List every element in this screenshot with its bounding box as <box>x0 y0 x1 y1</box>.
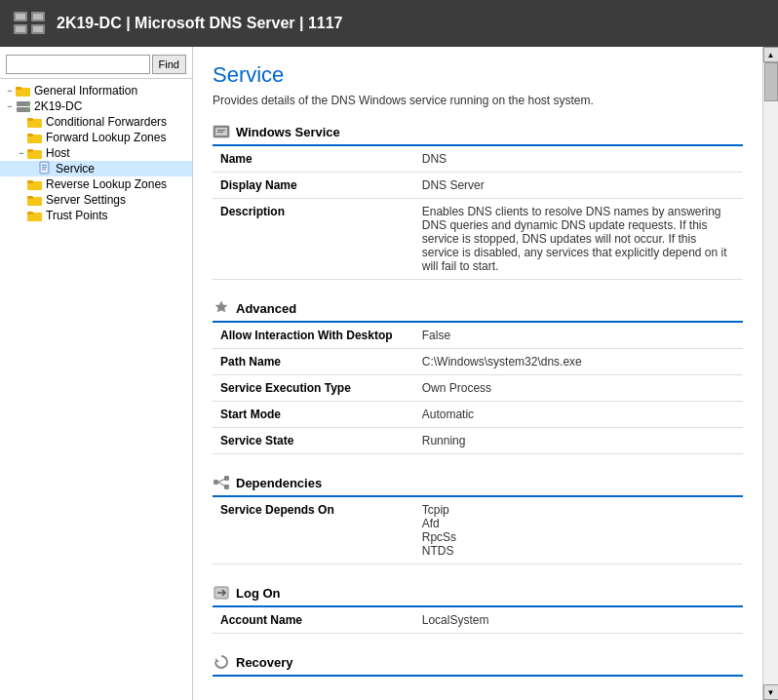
expand-icon-general-info: − <box>4 85 16 97</box>
sidebar-item-trust-points[interactable]: Trust Points <box>0 208 192 223</box>
row-value: False <box>414 323 743 349</box>
svg-rect-39 <box>217 130 225 131</box>
row-label: Allow Interaction With Desktop <box>213 323 414 349</box>
table-row: Start ModeAutomatic <box>213 402 743 428</box>
sidebar-item-server-settings[interactable]: Server Settings <box>0 192 192 208</box>
sidebar-label-2k19-dc: 2K19-DC <box>34 99 82 113</box>
table-row: Service Execution TypeOwn Process <box>213 375 743 402</box>
section-title-advanced: Advanced <box>236 301 296 316</box>
row-label: Service Depends On <box>213 497 414 564</box>
sidebar-label-general-info: General Information <box>34 84 137 97</box>
scrollbar[interactable]: ▲ ▼ <box>762 47 778 700</box>
expand-icon-2k19-dc: − <box>4 100 16 112</box>
page-subtitle: Provides details of the DNS Windows serv… <box>213 94 743 107</box>
svg-rect-26 <box>42 167 47 168</box>
info-table-advanced: Allow Interaction With DesktopFalsePath … <box>213 323 743 454</box>
sidebar-item-2k19-dc[interactable]: −2K19-DC <box>0 98 192 114</box>
row-label: Service State <box>213 428 414 454</box>
section-windows-service: Windows ServiceNameDNSDisplay NameDNS Se… <box>213 123 743 280</box>
row-label: Account Name <box>213 607 414 634</box>
row-value: DNS <box>414 146 743 173</box>
section-title-recovery: Recovery <box>236 655 293 670</box>
sidebar-item-conditional-forwarders[interactable]: Conditional Forwarders <box>0 114 192 130</box>
sidebar-item-reverse-lookup-zones[interactable]: Reverse Lookup Zones <box>0 176 192 192</box>
sidebar-label-server-settings: Server Settings <box>46 193 126 207</box>
sidebar-label-host: Host <box>46 146 70 160</box>
logon-icon <box>213 584 230 602</box>
server-icon <box>16 100 31 113</box>
table-row: Service StateRunning <box>213 428 743 454</box>
svg-point-14 <box>27 108 29 110</box>
svg-rect-43 <box>224 485 229 489</box>
expand-icon-host: − <box>16 147 27 159</box>
section-advanced: AdvancedAllow Interaction With DesktopFa… <box>213 299 743 454</box>
page-icon <box>39 162 53 175</box>
section-header-advanced: Advanced <box>213 299 743 323</box>
expand-icon-service <box>27 163 39 175</box>
service-icon <box>213 123 230 140</box>
scroll-thumb[interactable] <box>764 62 778 101</box>
svg-line-45 <box>218 483 226 487</box>
row-value: Own Process <box>414 375 743 402</box>
main-layout: Find −General Information−2K19-DCConditi… <box>0 47 778 700</box>
wrench-icon <box>213 299 230 317</box>
table-row: Allow Interaction With DesktopFalse <box>213 323 743 349</box>
expand-icon-conditional-forwarders <box>16 116 27 128</box>
section-header-dependencies: Dependencies <box>213 474 743 497</box>
table-row: DescriptionEnables DNS clients to resolv… <box>213 199 743 280</box>
sidebar-label-trust-points: Trust Points <box>46 209 108 222</box>
folder-icon <box>16 85 31 97</box>
table-row: Service Depends OnTcpipAfdRpcSsNTDS <box>213 497 743 564</box>
expand-icon-trust-points <box>16 210 27 221</box>
find-button[interactable]: Find <box>152 55 186 74</box>
section-log-on: Log OnAccount NameLocalSystem <box>213 584 743 634</box>
scroll-track[interactable] <box>763 62 779 684</box>
info-table-dependencies: Service Depends OnTcpipAfdRpcSsNTDS <box>213 497 743 564</box>
recovery-icon <box>213 653 230 671</box>
table-row: NameDNS <box>213 146 743 173</box>
svg-rect-10 <box>16 87 21 90</box>
row-value: Enables DNS clients to resolve DNS names… <box>414 199 743 280</box>
section-dependencies: DependenciesService Depends OnTcpipAfdRp… <box>213 474 743 564</box>
svg-marker-47 <box>215 658 219 662</box>
sidebar-tree: −General Information−2K19-DCConditional … <box>0 83 192 223</box>
svg-rect-42 <box>224 476 229 481</box>
svg-rect-33 <box>27 196 33 199</box>
svg-rect-27 <box>42 169 46 170</box>
row-value: LocalSystem <box>414 607 743 634</box>
scroll-up-arrow[interactable]: ▲ <box>763 47 779 62</box>
svg-rect-40 <box>217 132 223 133</box>
row-value: C:\Windows\system32\dns.exe <box>414 349 743 375</box>
row-value: TcpipAfdRpcSsNTDS <box>414 497 743 564</box>
sidebar-item-general-info[interactable]: −General Information <box>0 83 192 98</box>
sidebar-label-forward-lookup-zones: Forward Lookup Zones <box>46 131 166 144</box>
svg-rect-36 <box>27 212 33 214</box>
svg-rect-23 <box>27 149 33 152</box>
header-title: 2K19-DC | Microsoft DNS Server | 1117 <box>57 15 343 32</box>
scroll-down-arrow[interactable]: ▼ <box>763 684 779 700</box>
svg-rect-5 <box>33 14 43 19</box>
expand-icon-reverse-lookup-zones <box>16 178 27 190</box>
row-label: Name <box>213 146 414 173</box>
svg-rect-25 <box>42 165 47 166</box>
sidebar-label-service: Service <box>56 162 95 175</box>
svg-rect-20 <box>27 134 33 136</box>
folder-icon <box>27 178 43 191</box>
folder-icon <box>27 194 43 207</box>
sidebar-item-service[interactable]: Service <box>0 161 192 176</box>
svg-point-13 <box>27 102 29 104</box>
row-label: Display Name <box>213 173 414 199</box>
section-title-dependencies: Dependencies <box>236 476 322 490</box>
table-row: Account NameLocalSystem <box>213 607 743 634</box>
info-table-log-on: Account NameLocalSystem <box>213 607 743 634</box>
svg-rect-41 <box>214 480 218 485</box>
sidebar-item-host[interactable]: −Host <box>0 145 192 161</box>
section-header-log-on: Log On <box>213 584 743 607</box>
sidebar-label-reverse-lookup-zones: Reverse Lookup Zones <box>46 177 167 191</box>
table-row: Path NameC:\Windows\system32\dns.exe <box>213 349 743 375</box>
search-input[interactable] <box>6 55 150 74</box>
folder-icon <box>27 116 43 129</box>
sections-container: Windows ServiceNameDNSDisplay NameDNS Se… <box>213 123 743 677</box>
sidebar-item-forward-lookup-zones[interactable]: Forward Lookup Zones <box>0 130 192 145</box>
page-title: Service <box>213 62 743 88</box>
